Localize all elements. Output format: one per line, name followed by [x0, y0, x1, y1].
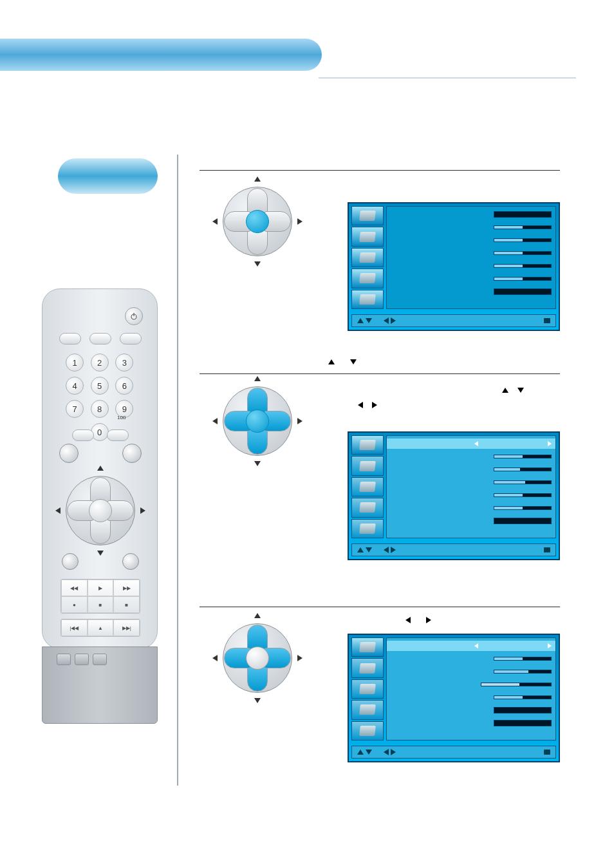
setup-icon: [359, 273, 376, 283]
instruction-dpad-1: [219, 183, 296, 260]
osd-content: [386, 206, 556, 309]
chevron-up-icon: [254, 376, 261, 381]
osd-screen-3: [348, 634, 560, 762]
picture-icon: [359, 440, 376, 450]
setup-icon: [359, 704, 376, 715]
num-6[interactable]: 6: [115, 377, 133, 395]
base-button[interactable]: [75, 654, 89, 665]
osd-tab-setup[interactable]: [351, 700, 384, 719]
osd-hints: [351, 543, 556, 556]
osd-tab-screen[interactable]: [351, 679, 384, 699]
step3-tri-top: [405, 617, 431, 623]
big-button-row: [59, 444, 142, 463]
round-button[interactable]: [59, 444, 79, 463]
osd-content: [386, 637, 556, 741]
screen-icon: [359, 252, 376, 263]
osd-tab-tuner[interactable]: [351, 721, 384, 741]
osd-tab-screen[interactable]: [351, 477, 384, 496]
osd-screen-1: [348, 202, 560, 331]
num-4[interactable]: 4: [66, 377, 84, 395]
chevron-left-icon: [55, 507, 60, 514]
top-oval-row: [59, 333, 142, 344]
osd-screen-2: [348, 431, 560, 560]
osd-tab-tuner[interactable]: [351, 519, 384, 538]
header-bar: [0, 39, 322, 71]
oval-button[interactable]: [89, 333, 111, 344]
num-5[interactable]: 5: [91, 377, 109, 395]
eject-button[interactable]: ▲: [88, 619, 114, 636]
audio-icon: [359, 663, 376, 674]
round-button[interactable]: [62, 553, 79, 570]
header-underline: [319, 77, 576, 79]
stop2-button[interactable]: ■: [113, 596, 140, 613]
vertical-separator: [177, 155, 178, 786]
chevron-right-icon: [297, 655, 302, 661]
num-2[interactable]: 2: [91, 354, 109, 372]
chevron-right-icon: [297, 218, 302, 225]
osd-tab-setup[interactable]: [351, 498, 384, 517]
osd-tab-picture[interactable]: [351, 637, 384, 657]
audio-icon: [359, 461, 376, 471]
mid-oval-row: [72, 429, 129, 441]
oval-button[interactable]: [107, 429, 129, 441]
num-7[interactable]: 7: [66, 400, 84, 418]
chevron-left-icon: [212, 418, 218, 424]
num-1[interactable]: 1: [66, 354, 84, 372]
remote-base: [42, 646, 158, 724]
stop-button[interactable]: ■: [88, 596, 114, 613]
picture-icon: [359, 642, 376, 652]
base-buttons: [57, 654, 115, 665]
step-divider: [200, 170, 560, 171]
remote-control: 1 2 3 4 5 6 7 8 9 0 100: [42, 288, 158, 730]
pill-accent: [58, 158, 158, 194]
play-button[interactable]: ▶: [88, 580, 114, 596]
num-8[interactable]: 8: [91, 400, 109, 418]
rewind-button[interactable]: ◀◀: [61, 580, 88, 596]
base-button[interactable]: [93, 654, 107, 665]
next-button[interactable]: ▶▶|: [113, 619, 140, 636]
round-button[interactable]: [122, 553, 139, 570]
transport-grid-2: |◀◀ ▲ ▶▶|: [60, 619, 140, 637]
tuner-icon: [359, 726, 376, 736]
dpad-center: [246, 646, 269, 670]
dpad-center[interactable]: [89, 499, 112, 522]
step2-tri-top: [328, 359, 357, 364]
power-button[interactable]: [125, 307, 143, 325]
round-button[interactable]: [122, 444, 142, 463]
tuner-icon: [359, 524, 376, 534]
chevron-left-icon: [212, 218, 218, 225]
remote-body: 1 2 3 4 5 6 7 8 9 0 100: [42, 288, 158, 649]
oval-button[interactable]: [120, 333, 142, 344]
tuner-icon: [359, 294, 376, 305]
osd-tab-picture[interactable]: [351, 206, 384, 225]
prev-button[interactable]: |◀◀: [61, 619, 88, 636]
osd-tab-audio[interactable]: [351, 456, 384, 475]
record-button[interactable]: ●: [61, 596, 88, 613]
oval-button[interactable]: [59, 333, 81, 344]
setup-icon: [359, 502, 376, 513]
chevron-down-icon: [254, 461, 261, 466]
chevron-up-icon: [97, 466, 104, 471]
num-3[interactable]: 3: [115, 354, 133, 372]
osd-tab-screen[interactable]: [351, 248, 384, 267]
chevron-right-icon: [297, 418, 302, 424]
osd-tab-tuner[interactable]: [351, 290, 384, 309]
base-button[interactable]: [57, 654, 71, 665]
osd-sidebar: [351, 637, 384, 741]
osd-tab-audio[interactable]: [351, 227, 384, 246]
osd-tab-audio[interactable]: [351, 658, 384, 677]
step-divider: [200, 373, 560, 374]
osd-tab-picture[interactable]: [351, 435, 384, 455]
osd-sidebar: [351, 206, 384, 309]
osd-hints: [351, 314, 556, 327]
osd-hints: [351, 746, 556, 759]
chevron-up-icon: [254, 176, 261, 182]
dpad: [62, 472, 139, 549]
ffwd-button[interactable]: ▶▶: [113, 580, 140, 596]
instruction-dpad-2: [219, 382, 296, 460]
chevron-down-icon: [254, 698, 261, 703]
dpad-center: [246, 210, 269, 233]
screen-icon: [359, 482, 376, 492]
oval-button[interactable]: [72, 429, 94, 441]
osd-tab-setup[interactable]: [351, 269, 384, 288]
